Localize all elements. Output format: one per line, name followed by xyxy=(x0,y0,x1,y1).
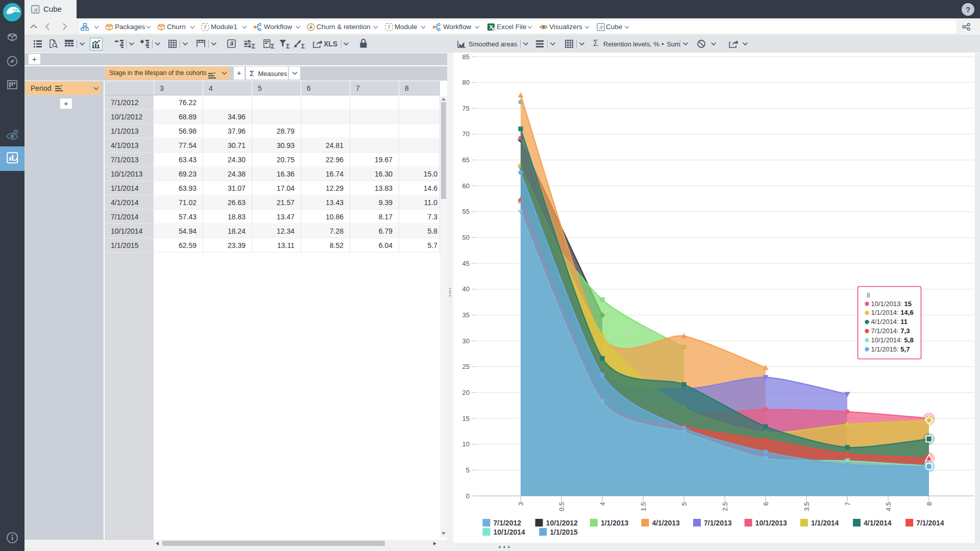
svg-text:4/1/2014: 4/1/2014 xyxy=(864,519,892,527)
svg-text:1.5: 1.5 xyxy=(640,502,647,511)
svg-text:Σ: Σ xyxy=(301,43,305,49)
svg-text:25: 25 xyxy=(462,363,470,370)
svg-text:75: 75 xyxy=(462,105,470,112)
svg-text:10/1/2014: 10/1/2014 xyxy=(494,528,525,536)
svg-text:4.5: 4.5 xyxy=(885,502,892,511)
svg-text:0: 0 xyxy=(466,492,470,500)
svg-text:30: 30 xyxy=(462,337,470,345)
svg-text:5: 5 xyxy=(466,466,470,474)
svg-text:f: f xyxy=(388,24,390,30)
svg-text:65: 65 xyxy=(462,156,470,164)
svg-text:85: 85 xyxy=(462,53,470,61)
svg-text:35: 35 xyxy=(462,311,470,319)
svg-text:7/1/2012: 7/1/2012 xyxy=(494,519,522,527)
svg-text:7/1/2013: 7/1/2013 xyxy=(704,519,732,527)
svg-text:3: 3 xyxy=(517,502,525,506)
svg-text:15: 15 xyxy=(462,415,470,422)
svg-text:1/1/2014: 1/1/2014 xyxy=(811,519,839,527)
svg-text:10/1/2014: 5,8: 10/1/2014: 5,8 xyxy=(871,336,914,344)
svg-text:8: 8 xyxy=(925,502,933,506)
svg-text:10/1/2012: 10/1/2012 xyxy=(546,519,578,527)
svg-text:10/1/2013: 15: 10/1/2013: 15 xyxy=(871,300,912,308)
svg-text:5: 5 xyxy=(680,502,688,506)
svg-text:80: 80 xyxy=(462,79,470,86)
svg-text:0.5: 0.5 xyxy=(558,502,566,511)
svg-text:70: 70 xyxy=(462,130,470,138)
svg-text:Σ: Σ xyxy=(271,43,275,49)
svg-text:Σ: Σ xyxy=(252,43,255,48)
svg-text:7/1/2014: 7/1/2014 xyxy=(916,519,944,527)
svg-text:7: 7 xyxy=(844,502,851,506)
svg-text:20: 20 xyxy=(462,389,470,396)
svg-text:55: 55 xyxy=(462,208,470,215)
svg-text:45: 45 xyxy=(462,260,470,267)
svg-text:40: 40 xyxy=(462,285,470,293)
svg-text:4/1/2013: 4/1/2013 xyxy=(652,519,680,527)
svg-text:10: 10 xyxy=(462,440,470,448)
svg-text:2.5: 2.5 xyxy=(721,502,729,511)
svg-text:7/1/2014: 7,3: 7/1/2014: 7,3 xyxy=(871,327,910,335)
svg-text:Σ: Σ xyxy=(286,43,290,49)
svg-text:4: 4 xyxy=(599,502,606,506)
svg-text:1/1/2014: 14,6: 1/1/2014: 14,6 xyxy=(871,309,914,316)
svg-text:4/1/2014: 11: 4/1/2014: 11 xyxy=(871,318,908,325)
svg-text:60: 60 xyxy=(462,182,470,190)
svg-text:1/1/2013: 1/1/2013 xyxy=(601,519,629,527)
svg-text:3.5: 3.5 xyxy=(803,502,811,511)
svg-text:6: 6 xyxy=(762,502,770,506)
svg-text:8: 8 xyxy=(867,292,870,299)
svg-text:1/1/2015: 1/1/2015 xyxy=(550,528,578,536)
svg-text:10/1/2013: 10/1/2013 xyxy=(755,519,787,527)
svg-text:50: 50 xyxy=(462,234,470,241)
svg-text:f: f xyxy=(204,24,207,30)
svg-text:1/1/2015: 5,7: 1/1/2015: 5,7 xyxy=(871,345,910,353)
